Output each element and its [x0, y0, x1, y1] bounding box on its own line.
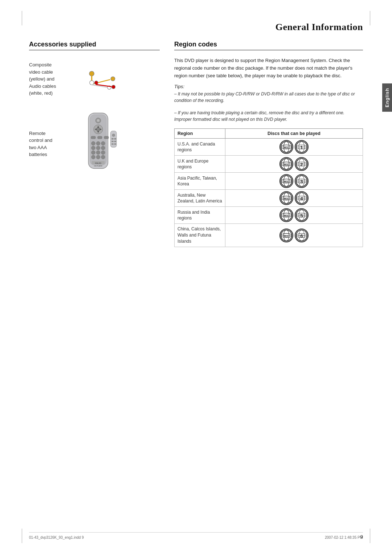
svg-point-27	[96, 146, 100, 150]
svg-point-34	[101, 155, 105, 159]
svg-point-0	[89, 71, 94, 76]
table-row: Asia Pacific, Taiwan, Korea ALL 3	[175, 173, 363, 190]
globe-all-icon: ALL	[279, 140, 293, 154]
svg-rect-41	[114, 138, 116, 139]
table-row: U.K and Europe regions ALL 2	[175, 156, 363, 173]
discs-cell: ALL 3	[225, 173, 363, 190]
accessories-section: Accessories supplied Compositevideo cabl…	[29, 41, 160, 247]
page-container: English General Information Accessories …	[0, 0, 392, 554]
svg-text:5: 5	[300, 213, 303, 218]
disc-icons: ALL 3	[227, 174, 361, 188]
region-codes-heading: Region codes	[174, 41, 363, 50]
cable-accessory-item: Compositevideo cable(yellow) andAudio ca…	[29, 61, 160, 97]
region-number-icon: 4	[295, 191, 309, 205]
svg-rect-42	[111, 141, 113, 142]
two-col-layout: Accessories supplied Compositevideo cabl…	[29, 41, 363, 247]
region-name-cell: China, Calcos Islands, Walls and Futuna …	[175, 224, 225, 247]
svg-text:ALL: ALL	[284, 234, 289, 237]
region-description: This DVD player is designed to support t…	[174, 57, 363, 79]
svg-point-33	[96, 155, 100, 159]
region-number-icon: 5	[295, 208, 309, 222]
svg-point-32	[91, 155, 95, 159]
svg-point-24	[96, 141, 100, 145]
table-row: China, Calcos Islands, Walls and Futuna …	[175, 224, 363, 247]
accessories-block: Compositevideo cable(yellow) andAudio ca…	[29, 61, 160, 177]
table-row: Australia, New Zealand, Latin America AL…	[175, 190, 363, 207]
disc-icons: ALL 6	[227, 229, 361, 242]
globe-all-icon: ALL	[279, 208, 293, 222]
region-name-cell: Russia and India regions	[175, 207, 225, 224]
region-name-cell: Australia, New Zealand, Latin America	[175, 190, 225, 207]
remote-icon: PHILIPS DVD PLAYER	[80, 111, 120, 177]
corner-line-br	[370, 529, 370, 543]
tip-1: – It may not be possible to play CD-R/RW…	[174, 91, 363, 104]
svg-point-39	[112, 134, 115, 136]
cable-icon	[86, 67, 122, 91]
svg-point-13	[97, 119, 99, 122]
svg-text:PHILIPS: PHILIPS	[95, 162, 101, 164]
svg-text:ALL: ALL	[284, 197, 289, 200]
corner-line-bl	[22, 529, 22, 543]
language-tab: English	[382, 83, 392, 112]
svg-point-26	[91, 146, 95, 150]
svg-rect-43	[114, 141, 116, 142]
discs-cell: ALL 2	[225, 156, 363, 173]
region-name-cell: U.K and Europe regions	[175, 156, 225, 173]
page-number: 9	[360, 534, 363, 539]
svg-point-7	[94, 81, 98, 85]
region-col-header: Region	[175, 129, 225, 139]
disc-icons: ALL 1	[227, 140, 361, 154]
discs-col-header: Discs that can be played	[225, 129, 363, 139]
svg-text:ALL: ALL	[284, 146, 289, 149]
svg-point-30	[96, 151, 100, 155]
region-number-icon: 3	[295, 174, 309, 188]
tips-section: Tips: – It may not be possible to play C…	[174, 84, 363, 123]
disc-icons: ALL 4	[227, 191, 361, 205]
globe-all-icon: ALL	[279, 174, 293, 188]
page-footer: 01-43_dvp3126K_93_eng1.indd 9 2007-02-12…	[29, 532, 363, 539]
svg-text:DVD PLAYER: DVD PLAYER	[94, 165, 102, 167]
table-row: Russia and India regions ALL 5	[175, 207, 363, 224]
region-number-icon: 2	[295, 157, 309, 171]
svg-rect-22	[104, 136, 109, 139]
region-number-icon: 1	[295, 140, 309, 154]
svg-rect-44	[111, 143, 113, 145]
remote-accessory-item: Remotecontrol andtwo AAAbatteries	[29, 111, 160, 177]
svg-point-4	[90, 81, 94, 85]
footer-right: 2007-02-12 1:48:35 PM	[325, 535, 363, 539]
svg-point-25	[101, 141, 105, 145]
svg-point-28	[101, 146, 105, 150]
svg-rect-21	[98, 136, 102, 139]
corner-line-tr	[370, 11, 370, 25]
corner-line-tl	[22, 11, 22, 25]
svg-text:3: 3	[300, 179, 303, 184]
svg-point-9	[112, 85, 115, 89]
svg-rect-45	[114, 143, 116, 145]
remote-label: Remotecontrol andtwo AAAbatteries	[29, 130, 65, 158]
tip-2: – If you are having trouble playing a ce…	[174, 110, 363, 123]
globe-all-icon: ALL	[279, 229, 293, 242]
region-name-cell: U.S.A. and Canada regions	[175, 139, 225, 156]
discs-cell: ALL 6	[225, 224, 363, 247]
tips-title: Tips:	[174, 84, 363, 89]
disc-icons: ALL 2	[227, 157, 361, 171]
discs-cell: ALL 4	[225, 190, 363, 207]
footer-left: 01-43_dvp3126K_93_eng1.indd 9	[29, 535, 84, 539]
svg-point-23	[91, 141, 95, 145]
svg-text:1: 1	[300, 145, 303, 150]
region-number-icon: 6	[295, 229, 309, 242]
svg-text:ALL: ALL	[284, 163, 289, 166]
globe-all-icon: ALL	[279, 157, 293, 171]
svg-point-3	[111, 77, 115, 81]
cable-label: Compositevideo cable(yellow) andAudio ca…	[29, 61, 80, 97]
globe-all-icon: ALL	[279, 191, 293, 205]
region-name-cell: Asia Pacific, Taiwan, Korea	[175, 173, 225, 190]
svg-rect-40	[111, 138, 113, 139]
page-title: General Information	[29, 22, 363, 34]
svg-text:2: 2	[300, 162, 303, 167]
disc-icons: ALL 5	[227, 208, 361, 222]
region-table: Region Discs that can be played U.S.A. a…	[174, 128, 363, 247]
svg-text:ALL: ALL	[284, 180, 289, 183]
discs-cell: ALL 1	[225, 139, 363, 156]
svg-point-19	[97, 128, 100, 131]
